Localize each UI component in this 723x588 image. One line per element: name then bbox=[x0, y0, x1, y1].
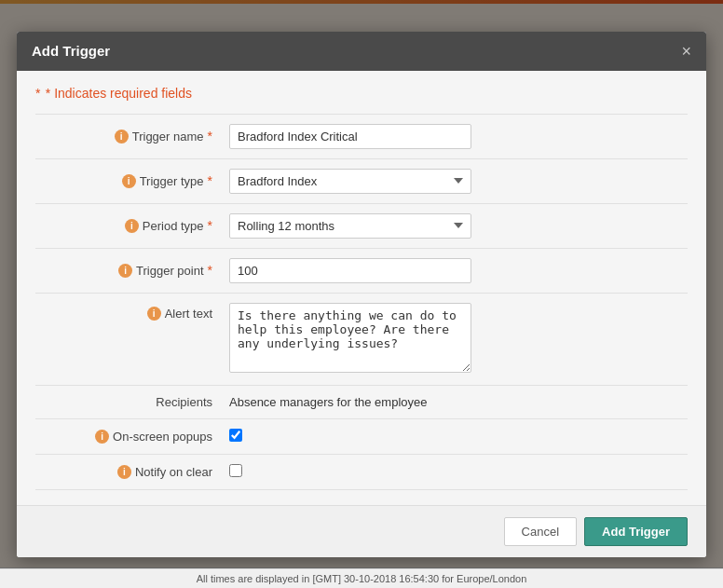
trigger-name-required: * bbox=[208, 129, 212, 144]
add-trigger-modal: Add Trigger × * * Indicates required fie… bbox=[17, 32, 706, 557]
trigger-type-label: Trigger type bbox=[140, 174, 204, 188]
trigger-name-control bbox=[222, 124, 688, 149]
trigger-point-input[interactable] bbox=[229, 258, 471, 283]
period-type-label-cell: i Period type * bbox=[35, 218, 222, 233]
period-type-select[interactable]: Rolling 12 months bbox=[229, 213, 471, 239]
status-bar-text: All times are displayed in [GMT] 30-10-2… bbox=[197, 573, 527, 584]
trigger-type-info-icon: i bbox=[122, 174, 136, 188]
trigger-point-label: Trigger point bbox=[136, 264, 204, 278]
trigger-name-info-icon: i bbox=[115, 130, 129, 144]
alert-text-row: i Alert text Is there anything we can do… bbox=[35, 293, 688, 385]
trigger-type-required: * bbox=[208, 173, 212, 188]
alert-text-label-cell: i Alert text bbox=[35, 303, 222, 321]
modal-overlay: Add Trigger × * * Indicates required fie… bbox=[0, 0, 723, 588]
trigger-type-control: Bradford Index bbox=[222, 169, 688, 194]
notify-on-clear-info-icon: i bbox=[117, 465, 131, 479]
modal-body: * * Indicates required fields i Trigger … bbox=[17, 71, 706, 505]
recipients-control: Absence managers for the employee bbox=[222, 395, 688, 409]
notify-on-clear-control bbox=[222, 464, 688, 480]
cancel-button[interactable]: Cancel bbox=[504, 517, 577, 546]
notify-on-clear-checkbox[interactable] bbox=[229, 464, 242, 477]
recipients-label-cell: Recipients bbox=[35, 395, 222, 409]
modal-footer: Cancel Add Trigger bbox=[17, 505, 706, 557]
period-type-row: i Period type * Rolling 12 months bbox=[35, 203, 688, 248]
status-bar: All times are displayed in [GMT] 30-10-2… bbox=[0, 568, 723, 588]
required-star: * bbox=[35, 86, 40, 101]
trigger-point-label-cell: i Trigger point * bbox=[35, 263, 222, 278]
alert-text-textarea[interactable]: Is there anything we can do to help this… bbox=[229, 303, 471, 373]
notify-on-clear-label-cell: i Notify on clear bbox=[35, 465, 222, 479]
period-type-info-icon: i bbox=[125, 219, 139, 233]
trigger-point-control bbox=[222, 258, 688, 283]
notify-on-clear-label: Notify on clear bbox=[135, 465, 212, 479]
on-screen-popups-row: i On-screen popups bbox=[35, 418, 688, 454]
add-trigger-button[interactable]: Add Trigger bbox=[584, 517, 688, 546]
trigger-type-row: i Trigger type * Bradford Index bbox=[35, 158, 688, 203]
on-screen-popups-checkbox[interactable] bbox=[229, 429, 242, 442]
notify-on-clear-row: i Notify on clear bbox=[35, 454, 688, 490]
alert-text-info-icon: i bbox=[147, 307, 161, 321]
trigger-name-row: i Trigger name * bbox=[35, 114, 688, 158]
modal-close-button[interactable]: × bbox=[681, 43, 691, 60]
trigger-point-info-icon: i bbox=[118, 264, 132, 278]
recipients-value: Absence managers for the employee bbox=[229, 395, 427, 409]
period-type-control: Rolling 12 months bbox=[222, 213, 688, 239]
modal-header: Add Trigger × bbox=[17, 32, 706, 71]
trigger-type-select[interactable]: Bradford Index bbox=[229, 169, 471, 194]
trigger-name-input[interactable] bbox=[229, 124, 471, 149]
modal-title: Add Trigger bbox=[32, 43, 110, 59]
period-type-label: Period type bbox=[143, 219, 204, 233]
on-screen-popups-control bbox=[222, 429, 688, 444]
trigger-type-label-cell: i Trigger type * bbox=[35, 173, 222, 188]
period-type-required: * bbox=[208, 218, 212, 233]
on-screen-popups-label-cell: i On-screen popups bbox=[35, 430, 222, 444]
on-screen-popups-info-icon: i bbox=[95, 430, 109, 444]
recipients-label: Recipients bbox=[156, 395, 212, 409]
alert-text-control: Is there anything we can do to help this… bbox=[222, 303, 688, 376]
trigger-point-row: i Trigger point * bbox=[35, 248, 688, 293]
trigger-name-label-cell: i Trigger name * bbox=[35, 129, 222, 144]
trigger-point-required: * bbox=[208, 263, 212, 278]
alert-text-label: Alert text bbox=[165, 307, 212, 321]
on-screen-popups-label: On-screen popups bbox=[113, 430, 212, 444]
recipients-row: Recipients Absence managers for the empl… bbox=[35, 385, 688, 418]
trigger-name-label: Trigger name bbox=[132, 130, 204, 144]
required-fields-note: * * Indicates required fields bbox=[35, 86, 688, 101]
